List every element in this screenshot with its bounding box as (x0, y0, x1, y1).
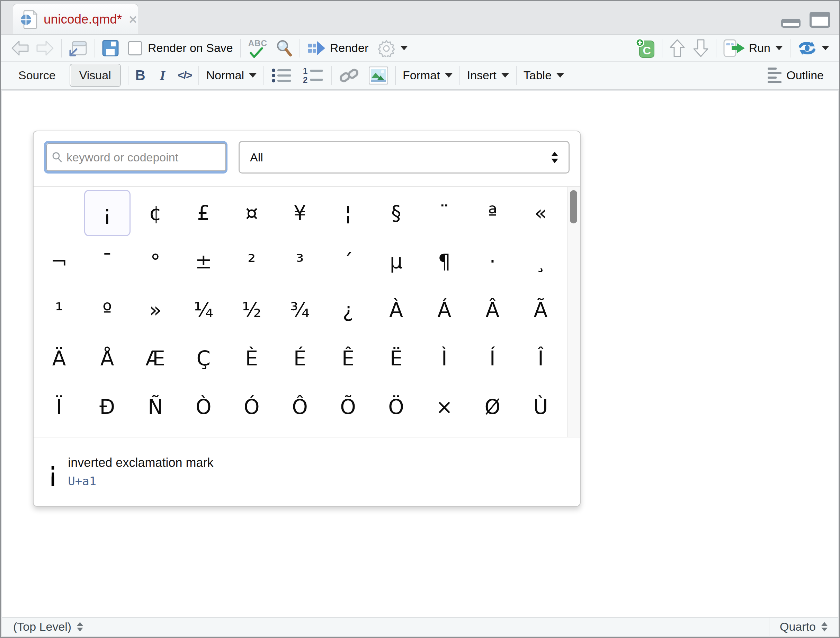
unicode-grid-cell[interactable]: ¦ (325, 190, 371, 236)
unicode-grid-cell[interactable]: Á (421, 287, 467, 333)
unicode-grid-cell[interactable]: « (517, 190, 564, 236)
paragraph-style-dropdown[interactable]: Normal (206, 69, 257, 82)
unicode-grid-cell[interactable]: Î (517, 335, 564, 382)
unicode-grid-cell[interactable]: × (421, 384, 467, 430)
run-button[interactable]: Run (723, 39, 783, 57)
unicode-grid-cell[interactable]: ¼ (180, 287, 227, 333)
unicode-grid-cell[interactable]: Ñ (132, 384, 178, 430)
unicode-grid-cell[interactable]: Ð (84, 384, 131, 430)
render-on-save-label: Render on Save (148, 41, 233, 55)
select-updown-icon (551, 152, 558, 163)
preview-codepoint: U+a1 (68, 474, 213, 488)
rerun-button[interactable] (797, 40, 829, 56)
maximize-pane-icon[interactable] (809, 11, 831, 28)
unicode-grid-cell[interactable]: ¿ (325, 287, 371, 333)
scope-selector[interactable]: (Top Level) (2, 620, 769, 633)
unicode-grid-cell[interactable]: £ (180, 190, 227, 236)
unicode-grid-cell[interactable]: ¤ (229, 190, 275, 236)
unicode-grid-cell[interactable]: Æ (132, 335, 178, 382)
unicode-grid-cell[interactable]: Ë (373, 335, 419, 382)
bullet-list-button[interactable] (271, 67, 292, 84)
find-replace-button[interactable] (275, 39, 292, 57)
open-in-new-window-button[interactable] (69, 39, 88, 57)
unicode-grid-cell[interactable]: ² (229, 238, 275, 285)
unicode-grid-cell[interactable]: É (277, 335, 323, 382)
bold-button[interactable]: B (136, 68, 145, 83)
unicode-grid-cell[interactable]: ´ (325, 238, 371, 285)
unicode-grid-cell[interactable]: º (84, 287, 131, 333)
outline-toggle-button[interactable]: Outline (767, 68, 824, 83)
unicode-grid-cell[interactable]: µ (373, 238, 419, 285)
jump-previous-button[interactable] (669, 39, 685, 57)
insert-chunk-button[interactable]: C (635, 38, 655, 58)
separator (516, 66, 516, 85)
unicode-grid-cell[interactable]: È (229, 335, 275, 382)
unicode-grid-cell[interactable]: · (469, 238, 516, 285)
numbered-list-button[interactable]: 1 2 (302, 67, 324, 84)
unicode-grid-cell[interactable]: Õ (325, 384, 371, 430)
code-button[interactable]: </> (178, 69, 191, 82)
unicode-grid-cell[interactable]: ¾ (277, 287, 323, 333)
unicode-grid-cell[interactable]: Ò (180, 384, 227, 430)
unicode-grid-cell[interactable]: ¶ (421, 238, 467, 285)
unicode-grid-cell[interactable]: ¢ (132, 190, 178, 236)
unicode-grid-cell[interactable]: Ç (180, 335, 227, 382)
render-options-button[interactable] (377, 39, 408, 57)
unicode-grid-cell[interactable]: Í (469, 335, 516, 382)
insert-menu[interactable]: Insert (467, 69, 509, 82)
source-mode-button[interactable]: Source (11, 65, 63, 86)
visual-mode-button[interactable]: Visual (69, 64, 121, 87)
grid-scrollbar[interactable] (567, 187, 580, 437)
spellcheck-button[interactable]: ABC (248, 38, 269, 58)
editor-canvas[interactable]: All ¡¢£¤¥¦§¨ª«¬¯°±²³´µ¶·¸¹º»¼½¾¿ÀÁÂÃÄÅÆÇ… (2, 91, 838, 617)
render-button[interactable]: Render (307, 40, 369, 56)
unicode-grid-cell[interactable]: Ó (229, 384, 275, 430)
unicode-grid-cell[interactable]: ¯ (84, 238, 131, 285)
grid-scrollbar-thumb[interactable] (570, 190, 577, 223)
unicode-grid-cell[interactable]: Â (469, 287, 516, 333)
unicode-grid-cell[interactable]: Ï (36, 384, 82, 430)
italic-button[interactable]: I (160, 67, 166, 84)
unicode-grid-cell[interactable]: Ã (517, 287, 564, 333)
back-button[interactable] (11, 40, 30, 56)
format-menu[interactable]: Format (403, 69, 453, 82)
unicode-grid-cell[interactable]: ª (469, 190, 516, 236)
popout-window-icon (69, 39, 88, 57)
unicode-grid-cell[interactable]: ¨ (421, 190, 467, 236)
forward-button[interactable] (35, 40, 54, 56)
unicode-grid-cell[interactable]: Ì (421, 335, 467, 382)
unicode-grid-cell[interactable]: Å (84, 335, 131, 382)
editor-tab-unicode[interactable]: unicode.qmd* × (13, 4, 138, 34)
unicode-grid-cell[interactable]: ¹ (36, 287, 82, 333)
unicode-grid-cell[interactable]: Ù (517, 384, 564, 430)
unicode-grid-cell[interactable]: ¡ (84, 190, 131, 236)
unicode-grid-cell[interactable]: ½ (229, 287, 275, 333)
table-menu[interactable]: Table (524, 69, 564, 82)
unicode-grid-cell[interactable]: À (373, 287, 419, 333)
unicode-grid-cell[interactable]: ° (132, 238, 178, 285)
minimize-pane-icon[interactable] (781, 18, 801, 28)
unicode-grid-cell[interactable]: § (373, 190, 419, 236)
symbol-filter-select[interactable]: All (238, 141, 570, 174)
unicode-grid-cell[interactable]: ³ (277, 238, 323, 285)
down-arrow-icon (693, 39, 709, 57)
unicode-grid-cell[interactable]: » (132, 287, 178, 333)
insert-link-button[interactable] (339, 66, 359, 85)
unicode-grid-cell[interactable]: ¬ (36, 238, 82, 285)
unicode-grid-cell[interactable]: Ä (36, 335, 82, 382)
unicode-grid-cell[interactable]: Ê (325, 335, 371, 382)
unicode-grid-cell[interactable]: ± (180, 238, 227, 285)
unicode-grid-cell[interactable]: ¸ (517, 238, 564, 285)
unicode-grid-cell[interactable]: Ö (373, 384, 419, 430)
tab-close-icon[interactable]: × (129, 13, 137, 26)
render-on-save-checkbox[interactable] (128, 41, 142, 55)
insert-image-button[interactable] (369, 66, 388, 85)
unicode-grid-cell[interactable]: ¥ (277, 190, 323, 236)
unicode-grid-cell[interactable] (36, 190, 82, 236)
unicode-grid-cell[interactable]: Ø (469, 384, 516, 430)
save-button[interactable] (102, 40, 119, 57)
jump-next-button[interactable] (693, 39, 709, 57)
symbol-search-input[interactable] (66, 150, 221, 164)
unicode-grid-cell[interactable]: Ô (277, 384, 323, 430)
document-format-selector[interactable]: Quarto (769, 617, 838, 636)
